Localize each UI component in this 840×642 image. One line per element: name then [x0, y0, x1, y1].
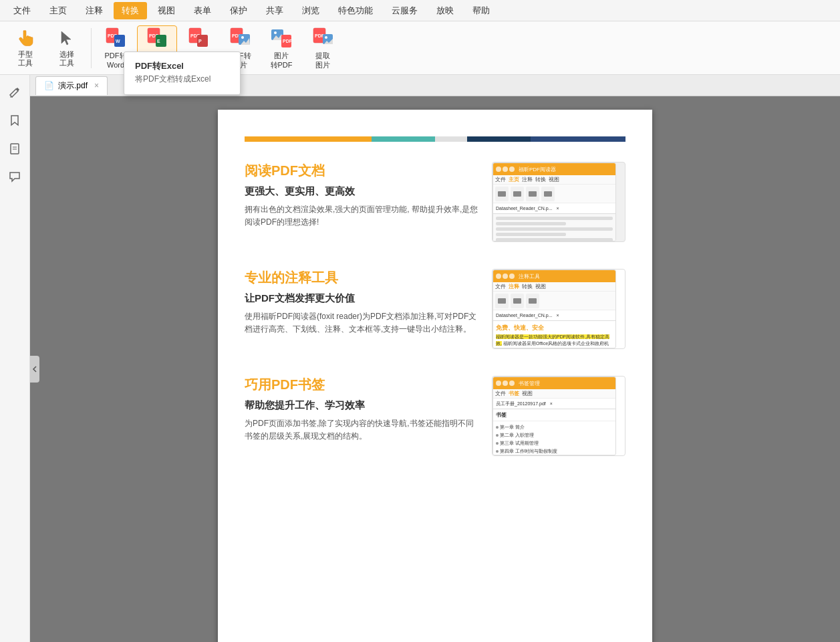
color-seg-teal — [372, 136, 435, 142]
mini-titlebar-3: 书签管理 — [493, 377, 615, 389]
menu-annotate[interactable]: 注释 — [78, 2, 111, 19]
menu-convert[interactable]: 转换 — [114, 2, 147, 19]
mini-titlebar-1: 福昕PDF阅读器 — [493, 163, 615, 175]
menu-cloud[interactable]: 云服务 — [384, 2, 426, 19]
pdf-ppt-icon: PDF P → — [186, 26, 211, 50]
mini-annot-title: 免费、快速、安全 — [496, 324, 613, 332]
file-tab-name: 演示.pdf — [58, 80, 88, 92]
pdf-section-bookmark: 巧用PDF书签 帮助您提升工作、学习效率 为PDF页面添加书签,除了实现内容的快… — [245, 376, 625, 456]
mini-toolbar-2 — [493, 292, 615, 310]
tooltip-description: 将PDF文档转成Excel — [124, 74, 240, 89]
svg-text:PDF: PDF — [283, 39, 293, 43]
pdf-section-bookmark-text: 巧用PDF书签 帮助您提升工作、学习效率 为PDF页面添加书签,除了实现内容的快… — [245, 376, 478, 443]
mini-content-1 — [493, 214, 615, 241]
svg-text:→: → — [237, 29, 241, 33]
pdf-mini-app-1: 福昕PDF阅读器 文件主页注释转换视图 — [492, 162, 625, 242]
mini-app-reader: 福昕PDF阅读器 文件主页注释转换视图 — [493, 163, 616, 241]
mini-annot-content: 免费、快速、安全 福昕阅读器是一款功能强大的PDF阅读软件,具有稳定高效, 福昕… — [493, 321, 615, 348]
mini-filetab-1: Datasheet_Reader_CN.p...× — [493, 203, 615, 214]
menu-slideshow[interactable]: 放映 — [428, 2, 462, 19]
select-tool-button[interactable]: 选择工具 — [47, 25, 87, 71]
pages-sidebar-btn[interactable] — [3, 136, 27, 160]
svg-text:E: E — [157, 39, 160, 43]
annotate-sidebar-btn[interactable] — [3, 80, 27, 104]
svg-text:→: → — [154, 29, 158, 33]
extract-img-button[interactable]: PDF 提取图片 — [303, 25, 343, 71]
hand-tool-button[interactable]: 手型工具 — [5, 25, 45, 71]
mini-annot-text: 福昕阅读器是一款功能强大的PDF阅读软件,具有稳定高效, 福昕阅读器采用Offi… — [496, 334, 613, 348]
menu-protect[interactable]: 保护 — [222, 2, 255, 19]
tooltip-title: PDF转Excel — [124, 58, 240, 74]
extract-img-label: 提取图片 — [315, 51, 330, 69]
menu-features[interactable]: 特色功能 — [330, 2, 381, 19]
svg-text:→: → — [113, 29, 116, 33]
content-area: 📄 演示.pdf × — [30, 75, 840, 642]
pdf-annot-subtitle: 让PDF文档发挥更大价值 — [245, 292, 478, 305]
select-icon — [55, 28, 79, 49]
pdf-section-annot-text: 专业的注释工具 让PDF文档发挥更大价值 使用福昕PDF阅读器(foxit re… — [245, 269, 478, 336]
pdf-mini-app-3: 书签管理 文件书签视图 员工手册_20120917.pdf× 书签 第一章 简介 — [492, 376, 625, 456]
svg-text:→: → — [196, 29, 199, 33]
img-to-pdf-label: 图片转PDF — [271, 51, 293, 69]
mini-menubar-3: 文件书签视图 — [493, 389, 615, 399]
extract-img-icon: PDF — [311, 26, 335, 50]
svg-point-23 — [274, 31, 277, 34]
toolbar-separator-1 — [91, 28, 92, 68]
pdf-excel-icon: PDF E → — [145, 26, 169, 50]
color-seg-gray — [435, 136, 467, 142]
select-tool-label: 选择工具 — [59, 50, 74, 68]
pdf-bookmark-title: 巧用PDF书签 — [245, 376, 478, 394]
svg-text:W: W — [116, 39, 120, 43]
svg-text:→: → — [279, 28, 282, 32]
pdf-bookmark-body: 为PDF页面添加书签,除了实现内容的快速导航,书签还能指明不同书签的层级关系,展… — [245, 417, 478, 443]
menu-help[interactable]: 帮助 — [464, 2, 498, 19]
pdf-section-read-text: 阅读PDF文档 更强大、更实用、更高效 拥有出色的文档渲染效果,强大的页面管理功… — [245, 162, 478, 229]
comment-sidebar-btn[interactable] — [3, 165, 27, 189]
mini-menubar-2: 文件注释转换视图 — [493, 282, 615, 292]
pdf-word-icon: PDF W → — [104, 26, 128, 50]
menu-home[interactable]: 主页 — [41, 2, 75, 19]
file-tab-close[interactable]: × — [94, 81, 99, 90]
hand-tool-label: 手型工具 — [18, 50, 33, 68]
svg-marker-0 — [61, 31, 71, 45]
menubar: 文件 主页 注释 转换 视图 表单 保护 共享 浏览 特色功能 云服务 放映 帮… — [0, 0, 840, 21]
color-seg-dark-blue — [467, 136, 531, 142]
mini-filetab-2: Datasheet_Reader_CN.p...× — [493, 310, 615, 321]
menu-file[interactable]: 文件 — [5, 2, 39, 19]
file-tab-icon: 📄 — [44, 81, 54, 90]
pdf-mini-app-2: 注释工具 文件注释转换视图 Datasheet_Rea — [492, 269, 625, 349]
mini-titlebar-2: 注释工具 — [493, 270, 615, 282]
main-layout: 📄 演示.pdf × — [0, 75, 840, 642]
color-seg-navy — [531, 136, 626, 142]
menu-browse[interactable]: 浏览 — [294, 2, 327, 19]
img-to-pdf-icon: PDF → — [269, 26, 293, 50]
mini-app-bookmark: 书签管理 文件书签视图 员工手册_20120917.pdf× 书签 第一章 简介 — [493, 377, 616, 455]
pdf-section-annot: 专业的注释工具 让PDF文档发挥更大价值 使用福昕PDF阅读器(foxit re… — [245, 269, 625, 349]
pdf-area: 阅读PDF文档 更强大、更实用、更高效 拥有出色的文档渲染效果,强大的页面管理功… — [30, 96, 840, 642]
mini-bookmark-list: 第一章 简介 第二章 入职管理 第三章 试用期管理 第四章 工作时间与勤假制度 … — [493, 421, 615, 455]
color-seg-orange — [245, 136, 372, 142]
pdf-section-read: 阅读PDF文档 更强大、更实用、更高效 拥有出色的文档渲染效果,强大的页面管理功… — [245, 162, 625, 242]
pdf-excel-tooltip: PDF转Excel 将PDF文档转成Excel — [124, 51, 241, 95]
file-tab[interactable]: 📄 演示.pdf × — [35, 76, 108, 95]
menu-form[interactable]: 表单 — [186, 2, 219, 19]
img-to-pdf-button[interactable]: PDF → 图片转PDF — [261, 25, 301, 71]
pdf-annot-title: 专业的注释工具 — [245, 269, 478, 287]
hand-icon — [13, 28, 37, 49]
bookmark-sidebar-btn[interactable] — [3, 108, 27, 132]
menu-share[interactable]: 共享 — [258, 2, 291, 19]
pdf-color-bar — [245, 136, 625, 142]
svg-text:P: P — [198, 39, 202, 43]
pdf-read-body: 拥有出色的文档渲染效果,强大的页面管理功能, 帮助提升效率,是您阅读PDF的理想… — [245, 203, 478, 229]
mini-toolbar-1 — [493, 185, 615, 203]
pdf-bookmark-subtitle: 帮助您提升工作、学习效率 — [245, 399, 478, 412]
toolbar: 手型工具 选择工具 PDF W → PDF转Word PDF — [0, 21, 840, 75]
left-sidebar — [0, 75, 30, 642]
pdf-read-title: 阅读PDF文档 — [245, 162, 478, 180]
menu-view[interactable]: 视图 — [150, 2, 183, 19]
collapse-panel-button[interactable] — [30, 356, 39, 383]
mini-filetab-3: 员工手册_20120917.pdf× — [493, 399, 615, 409]
mini-menubar-1: 文件主页注释转换视图 — [493, 175, 615, 185]
svg-point-31 — [325, 36, 327, 39]
pdf-annot-body: 使用福昕PDF阅读器(foxit reader)为PDF文档添加注释,可对PDF… — [245, 310, 478, 336]
